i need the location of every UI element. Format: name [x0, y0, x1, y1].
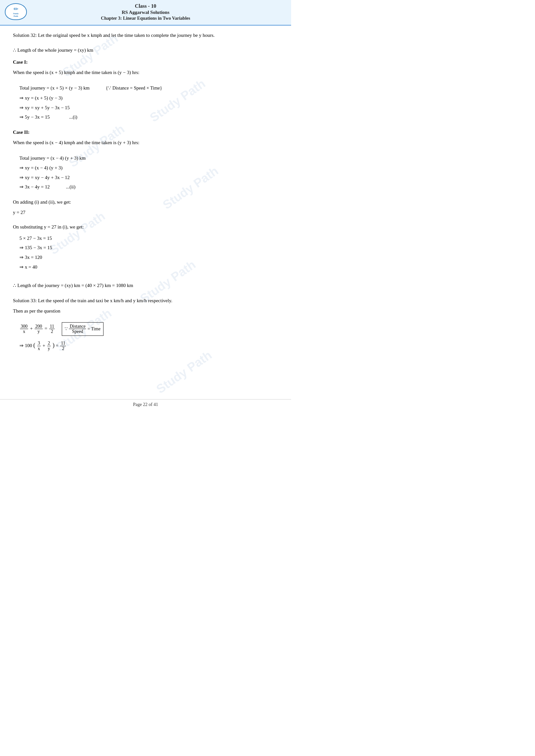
case1-eq2: ⇒ xy = (x + 5) (y − 3): [19, 94, 278, 103]
header-class: Class - 10: [7, 3, 285, 9]
frac-2-y: 2 y: [47, 341, 51, 351]
logo: ✏ StudyPath: [5, 3, 27, 21]
case1-eq1-row: Total journey = (x + 5) × (y − 3) km {∵ …: [19, 84, 278, 93]
sub-eq1: 5 × 27 − 3x = 15: [19, 234, 278, 243]
substitution-equations: 5 × 27 − 3x = 15 ⇒ 135 − 3x = 15 ⇒ 3x = …: [19, 234, 278, 272]
case2-eq4-label: ...(ii): [66, 183, 76, 192]
footer: Page 22 of 41: [0, 399, 291, 407]
case2-eq4-row: ⇒ 3x − 4y = 12 ...(ii): [19, 183, 278, 192]
header-chapter: Chapter 3: Linear Equations in Two Varia…: [7, 16, 285, 21]
sub-eq2: ⇒ 135 − 3x = 15: [19, 243, 278, 253]
solution32-intro: Solution 32: Let the original speed be x…: [13, 31, 278, 40]
solution33-intro: Solution 33: Let the speed of the train …: [13, 297, 278, 305]
case2-eq2: ⇒ xy = (x − 4) (y + 3): [19, 164, 278, 173]
adding-text: On adding (i) and (ii), we get:: [13, 198, 278, 206]
case1-eq3: ⇒ xy = xy + 5y − 3x − 15: [19, 103, 278, 113]
case1-equations: Total journey = (x + 5) × (y − 3) km {∵ …: [19, 84, 278, 122]
journey-length: ∴ Length of the whole journey = (xy) km: [13, 46, 278, 55]
case1-eq4-row: ⇒ 5y − 3x = 15 ...(i): [19, 113, 278, 122]
case2-equations: Total journey = (x − 4) (y + 3) km ⇒ xy …: [19, 154, 278, 192]
logo-pen-icon: ✏: [14, 6, 18, 13]
case2-eq4: ⇒ 3x − 4y = 12: [19, 183, 50, 192]
distance-speed-comment: ∵ Distance Speed = Time: [62, 322, 103, 336]
conclusion: ∴ Length of the journey = (xy) km = (40 …: [13, 282, 278, 290]
logo-text: StudyPath: [13, 13, 19, 17]
case1-desc: When the speed is (x + 5) kmph and the t…: [13, 68, 278, 77]
case1-eq4: ⇒ 5y − 3x = 15: [19, 113, 50, 122]
frac-distance-speed: Distance Speed: [69, 324, 86, 334]
case2-desc: When the speed is (x − 4) kmph and the t…: [13, 139, 278, 147]
frac-11-2-2: 11 2: [60, 341, 66, 351]
substituting-text: On substituting y = 27 in (i), we get:: [13, 223, 278, 231]
case1-heading: Case I:: [13, 58, 278, 67]
header-book: RS Aggarwal Solutions: [7, 10, 285, 15]
frac-3-x: 3 x: [37, 341, 41, 351]
frac-300-x: 300 x: [20, 324, 28, 334]
case1-eq4-label: ...(i): [69, 113, 77, 122]
sol33-eq2-main: ⇒ 100 ( 3 x + 2 y ) = 11 2: [19, 340, 67, 351]
case2-eq3: ⇒ xy = xy − 4y + 3x − 12: [19, 173, 278, 182]
solution33-heading: Solution 33:: [13, 298, 38, 303]
y-value: y = 27: [13, 208, 278, 217]
sub-eq4: ⇒ x = 40: [19, 263, 278, 272]
solution32-heading: Solution 32:: [13, 33, 38, 38]
case1-eq1-comment: {∵ Distance = Speed × Time}: [106, 84, 162, 93]
sol33-eq1-main: 300 x + 200 y = 11 2: [19, 324, 55, 334]
footer-text: Page 22 of 41: [133, 402, 158, 407]
then-text: Then as per the question: [13, 307, 278, 315]
frac-200-y: 200 y: [35, 324, 43, 334]
sol33-eq1-row: 300 x + 200 y = 11 2 ∵: [19, 322, 278, 336]
frac-11-2: 11 2: [49, 324, 55, 334]
header: ✏ StudyPath Class - 10 RS Aggarwal Solut…: [0, 0, 291, 26]
sub-eq3: ⇒ 3x = 120: [19, 253, 278, 262]
page: ✏ StudyPath Class - 10 RS Aggarwal Solut…: [0, 0, 291, 413]
case2-eq1: Total journey = (x − 4) (y + 3) km: [19, 154, 278, 163]
solution33-equations: 300 x + 200 y = 11 2 ∵: [19, 322, 278, 351]
case1-eq1: Total journey = (x + 5) × (y − 3) km: [19, 84, 90, 93]
case2-heading: Case II:: [13, 128, 278, 137]
sol33-eq2-row: ⇒ 100 ( 3 x + 2 y ) = 11 2: [19, 340, 278, 351]
content: Solution 32: Let the original speed be x…: [0, 26, 291, 363]
